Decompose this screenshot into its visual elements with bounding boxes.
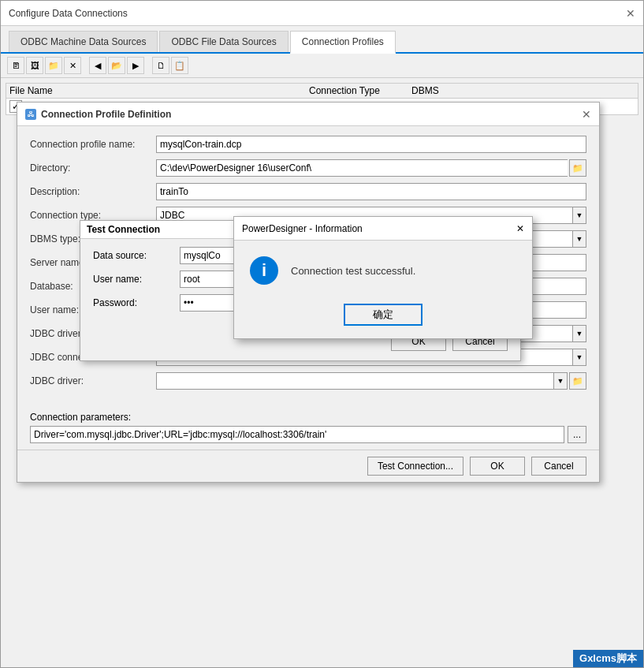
profile-cancel-btn[interactable]: Cancel [531, 457, 586, 476]
col-header-filename: File Name [9, 85, 309, 96]
profile-name-input[interactable] [156, 136, 586, 153]
col-header-conntype: Connection Type [309, 85, 411, 96]
conn-params-row: ... [30, 426, 586, 443]
info-close-btn[interactable]: ✕ [516, 223, 524, 234]
toolbar-new2-btn[interactable]: 🗋 [152, 57, 169, 74]
dbms-type-dropdown-btn[interactable]: ▼ [572, 230, 586, 248]
dialog-profile-icon: 🖧 [25, 109, 36, 120]
info-body: i Connection test successful. [234, 241, 532, 297]
toolbar-open-btn[interactable]: 📁 [45, 57, 62, 74]
description-label: Description: [30, 186, 156, 197]
directory-row: Directory: 📁 [30, 159, 586, 177]
tab-connection-profiles[interactable]: Connection Profiles [290, 31, 396, 54]
conn-params-label: Connection parameters: [30, 412, 586, 423]
main-content-area: File Name Connection Type DBMS ✓ 🖧 Conne… [1, 78, 643, 667]
toolbar: 🖹 🖼 📁 ✕ ◀ 📂 ▶ 🗋 📋 [1, 54, 643, 78]
jdbc-driver2-input[interactable] [156, 372, 553, 390]
col-header-dbms: DBMS [411, 85, 490, 96]
jdbc-driver2-label: JDBC driver: [30, 375, 156, 386]
test-conn-username-label: User name: [93, 274, 180, 285]
test-conn-title-label: Test Connection [87, 224, 160, 235]
tab-odbc-machine[interactable]: ODBC Machine Data Sources [9, 31, 158, 52]
conn-params-area: Connection parameters: ... [30, 412, 586, 443]
jdbc-conn-dropdown-btn[interactable]: ▼ [572, 349, 586, 366]
directory-label: Directory: [30, 162, 156, 174]
profile-ok-btn[interactable]: OK [470, 457, 525, 476]
info-icon: i [250, 256, 278, 285]
test-conn-datasource-label: Data source: [93, 250, 180, 261]
jdbc-driver2-browse-btn[interactable]: 📁 [569, 372, 586, 390]
info-message: Connection test successful. [291, 265, 415, 277]
description-row: Description: [30, 183, 586, 200]
info-title-bar: PowerDesigner - Information ✕ [234, 217, 532, 241]
toolbar-delete-btn[interactable]: ✕ [64, 57, 81, 74]
dialog-profile-title: Connection Profile Definition [41, 109, 171, 120]
jdbc-driver2-dropdown-btn[interactable]: ▼ [553, 372, 568, 390]
conn-type-label: Connection type: [30, 210, 156, 221]
dialog-profile-title-bar: 🖧 Connection Profile Definition ✕ [17, 103, 599, 126]
toolbar-copy-btn[interactable]: 🖼 [26, 57, 43, 74]
tab-odbc-file[interactable]: ODBC File Data Sources [159, 31, 288, 52]
main-window: Configure Data Connections ✕ ODBC Machin… [0, 0, 644, 668]
description-input[interactable] [156, 183, 586, 200]
window-close-button[interactable]: ✕ [626, 7, 635, 20]
info-title-label: PowerDesigner - Information [242, 223, 363, 234]
profile-dialog-buttons: Test Connection... OK Cancel [17, 450, 599, 482]
tabs-bar: ODBC Machine Data Sources ODBC File Data… [1, 26, 643, 54]
directory-input[interactable] [156, 159, 568, 177]
table-header: File Name Connection Type DBMS [6, 83, 638, 98]
profile-name-label: Connection profile name: [30, 139, 156, 150]
toolbar-first-btn[interactable]: ◀ [89, 57, 106, 74]
info-confirm-btn[interactable]: 确定 [344, 304, 423, 326]
window-title: Configure Data Connections [9, 8, 128, 19]
info-buttons: 确定 [234, 297, 532, 338]
test-conn-password-label: Password: [93, 297, 180, 308]
toolbar-paste-btn[interactable]: 📋 [171, 57, 188, 74]
conn-params-input[interactable] [30, 426, 564, 443]
dialog-information: PowerDesigner - Information ✕ i Connecti… [233, 216, 533, 339]
toolbar-next-btn[interactable]: ▶ [127, 57, 144, 74]
dialog-profile-close[interactable]: ✕ [582, 108, 591, 121]
profile-name-row: Connection profile name: [30, 136, 586, 153]
jdbc-driver2-wrapper: ▼ 📁 [156, 372, 586, 390]
conn-params-browse-btn[interactable]: ... [568, 426, 586, 443]
jdbc-driver2-row: JDBC driver: ▼ 📁 [30, 372, 586, 390]
watermark: Gxlcms脚本 [573, 650, 643, 667]
conn-type-dropdown-btn[interactable]: ▼ [572, 207, 586, 224]
directory-wrapper: 📁 [156, 159, 586, 177]
directory-browse-btn[interactable]: 📁 [569, 159, 586, 177]
jdbc-driver-dropdown-btn[interactable]: ▼ [572, 325, 586, 342]
test-connection-btn[interactable]: Test Connection... [367, 457, 463, 476]
toolbar-new-btn[interactable]: 🖹 [7, 57, 24, 74]
title-bar: Configure Data Connections ✕ [1, 1, 643, 26]
toolbar-folder2-btn[interactable]: 📂 [108, 57, 125, 74]
